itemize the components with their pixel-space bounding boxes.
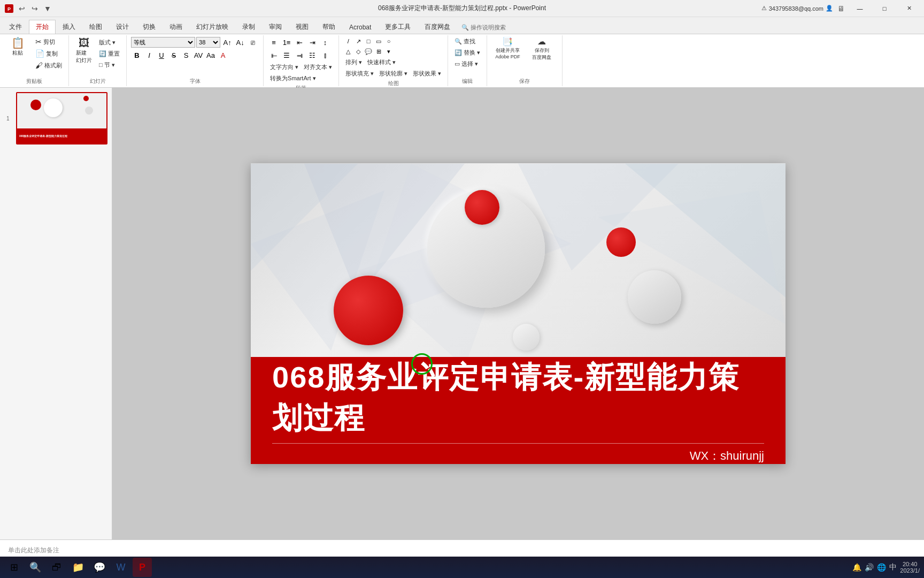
powerpoint-app[interactable]: P (133, 558, 152, 577)
font-family-select[interactable]: 等线 (131, 37, 195, 48)
shape-rounded-rect[interactable]: ▭ (374, 36, 383, 46)
shape-diamond[interactable]: ◇ (353, 47, 363, 56)
tab-record[interactable]: 录制 (235, 20, 262, 34)
indent-decrease-btn[interactable]: ⇤ (294, 36, 305, 48)
slide-thumbnail-1[interactable]: 1 068服务业评定申请表-新型能力策划过程 (16, 92, 107, 144)
network-icon[interactable]: 🌐 (877, 563, 886, 572)
justify-btn[interactable]: ☷ (306, 49, 318, 61)
bullet-list-btn[interactable]: ≡ (268, 36, 280, 48)
convert-smartart-btn[interactable]: 转换为SmartArt ▾ (268, 73, 318, 83)
input-method-icon[interactable]: 中 (889, 562, 897, 572)
quick-styles-btn[interactable]: 快速样式 ▾ (365, 57, 398, 67)
messaging-app[interactable]: 💬 (90, 558, 109, 577)
shape-callout[interactable]: 💬 (364, 47, 373, 56)
copy-button[interactable]: 📄复制 (33, 48, 64, 59)
window-title: 068服务业评定申请表-新型能力策划过程.pptx - PowerPoint (378, 4, 546, 13)
reset-button[interactable]: 🔄 重置 (97, 49, 122, 59)
select-btn[interactable]: ▭选择 ▾ (452, 59, 482, 69)
ribbon-group-drawing: / ↗ □ ▭ ○ △ ◇ 💬 ⊞ ▾ 排列 ▾ 快速样式 ▾ 形状填充 ▾ (339, 35, 448, 86)
tab-slideshow[interactable]: 幻灯片放映 (189, 20, 235, 34)
paste-button[interactable]: 📋 粘贴 (4, 36, 31, 58)
align-center-btn[interactable]: ☰ (281, 49, 292, 61)
tab-review[interactable]: 审阅 (262, 20, 289, 34)
slide-subtitle[interactable]: WX：shuirunjj (272, 448, 764, 464)
slide-main-title[interactable]: 068服务业评定申请表-新型能力策划过程 (272, 358, 764, 444)
font-size-decrease-btn[interactable]: A↓ (234, 36, 246, 48)
tab-draw[interactable]: 绘图 (82, 20, 109, 34)
user-account[interactable]: ⚠ 343795838@qq.com 👤 (761, 5, 833, 12)
taskview-button[interactable]: 🗗 (47, 558, 66, 577)
redo-btn[interactable]: ↪ (30, 4, 40, 13)
align-right-btn[interactable]: ⫥ (294, 49, 305, 61)
italic-btn[interactable]: I (143, 49, 155, 61)
tab-insert[interactable]: 插入 (56, 20, 82, 34)
tab-transitions[interactable]: 切换 (136, 20, 163, 34)
bold-btn[interactable]: B (131, 49, 143, 61)
find-btn[interactable]: 🔍查找 (452, 36, 482, 47)
create-pdf-btn[interactable]: 📑 创建并共享Adobe PDF (491, 36, 523, 60)
minimize-btn[interactable]: — (849, 0, 871, 17)
word-app[interactable]: W (111, 558, 130, 577)
shadow-btn[interactable]: S (180, 49, 192, 61)
start-button[interactable]: ⊞ (4, 558, 24, 577)
search-button[interactable]: 🔍 (26, 558, 45, 577)
maximize-btn[interactable]: □ (874, 0, 895, 17)
shape-rect[interactable]: □ (364, 36, 373, 46)
tab-help[interactable]: 帮助 (315, 20, 342, 34)
change-case-btn[interactable]: Aa (205, 49, 217, 61)
search-box[interactable]: 🔍 操作说明搜索 (457, 21, 510, 34)
shape-triangle[interactable]: △ (343, 47, 353, 56)
underline-btn[interactable]: U (156, 49, 167, 61)
shape-effects-btn[interactable]: 形状效果 ▾ (411, 69, 443, 79)
clear-format-btn[interactable]: ⎚ (247, 36, 259, 48)
tab-view[interactable]: 视图 (289, 20, 315, 34)
screen-icon[interactable]: 🖥 (836, 4, 846, 13)
close-btn[interactable]: ✕ (898, 0, 920, 17)
slide-area[interactable]: 068服务业评定申请表-新型能力策划过程 WX：shuirunjj (112, 88, 924, 539)
font-color-btn[interactable]: A (217, 49, 229, 61)
align-text-btn[interactable]: 对齐文本 ▾ (302, 62, 334, 72)
char-spacing-btn[interactable]: AV (192, 49, 204, 61)
notification-icon[interactable]: 🔔 (852, 563, 861, 572)
section-button[interactable]: □ 节 ▾ (97, 60, 122, 70)
paste-icon: 📋 (11, 37, 25, 48)
pdf-icon: 📑 (502, 37, 513, 46)
cut-button[interactable]: ✂剪切 (33, 36, 64, 47)
align-left-btn[interactable]: ⫦ (268, 49, 280, 61)
tab-more-tools[interactable]: 更多工具 (378, 20, 418, 34)
arrange-btn[interactable]: 排列 ▾ (343, 57, 364, 67)
line-spacing-btn[interactable]: ↕ (319, 36, 331, 48)
indent-increase-btn[interactable]: ⇥ (306, 36, 318, 48)
shape-more[interactable]: ⊞ (374, 47, 383, 56)
replace-btn[interactable]: 🔄替换 ▾ (452, 48, 482, 58)
format-painter-button[interactable]: 🖌格式刷 (33, 60, 64, 71)
font-size-increase-btn[interactable]: A↑ (221, 36, 233, 48)
strikethrough-btn[interactable]: S̶ (168, 49, 180, 61)
clock[interactable]: 20:40 2023/1/ (900, 561, 920, 574)
tab-baidu[interactable]: 百度网盘 (418, 20, 457, 34)
undo-btn[interactable]: ↩ (17, 4, 27, 13)
tab-file[interactable]: 文件 (2, 20, 29, 34)
tab-acrobat[interactable]: Acrobat (342, 20, 378, 34)
tab-design[interactable]: 设计 (109, 20, 136, 34)
explorer-app[interactable]: 📁 (68, 558, 88, 577)
new-slide-icon: 🖼 (79, 37, 89, 48)
new-slide-button[interactable]: 🖼 新建幻灯片 (73, 36, 95, 65)
shape-fill-btn[interactable]: 形状填充 ▾ (343, 69, 376, 79)
speaker-icon[interactable]: 🔊 (865, 563, 874, 572)
tab-animations[interactable]: 动画 (163, 20, 189, 34)
numbered-list-btn[interactable]: 1≡ (281, 36, 292, 48)
layout-button[interactable]: 版式 ▾ (97, 37, 122, 48)
shape-arrow[interactable]: ↗ (353, 36, 363, 46)
shapes-scroll[interactable]: ▾ (384, 47, 394, 56)
save-baidu-btn[interactable]: ☁ 保存到百度网盘 (526, 36, 558, 62)
customize-btn[interactable]: ▼ (43, 4, 52, 13)
shape-outline-btn[interactable]: 形状轮廓 ▾ (377, 69, 410, 79)
shape-line[interactable]: / (343, 36, 353, 46)
column-btn[interactable]: ⫿ (319, 49, 331, 61)
shape-oval[interactable]: ○ (384, 36, 394, 46)
text-direction-btn[interactable]: 文字方向 ▾ (268, 62, 301, 72)
font-size-select[interactable]: 38 (196, 37, 220, 48)
circle-small-red-right (606, 227, 636, 257)
tab-home[interactable]: 开始 (29, 20, 56, 34)
